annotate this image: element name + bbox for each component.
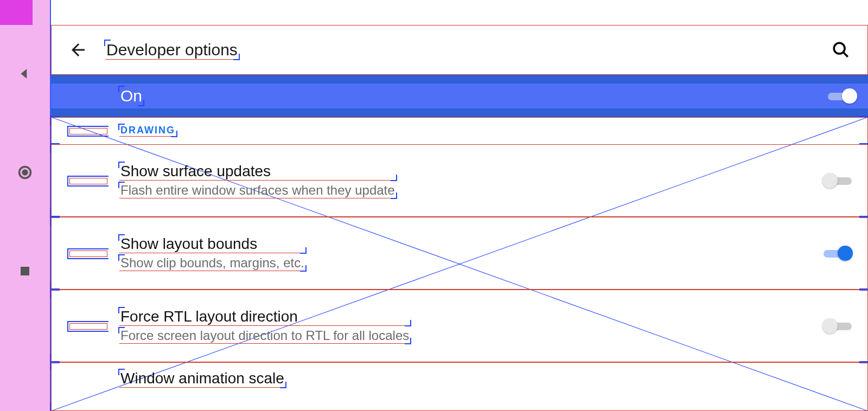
section-header-drawing: DRAWING: [51, 117, 868, 144]
master-toggle-label: On: [119, 87, 143, 105]
svg-point-3: [834, 43, 845, 54]
setting-subtitle: Show clip bounds, margins, etc.: [119, 255, 305, 271]
setting-title: Show surface updates: [119, 163, 396, 181]
nav-home-button[interactable]: [11, 158, 39, 187]
svg-line-4: [843, 52, 848, 57]
nav-back-button[interactable]: [11, 60, 39, 88]
setting-title: Window animation scale: [119, 370, 285, 388]
master-toggle-switch[interactable]: [826, 86, 858, 106]
app-bar: Developer options: [51, 25, 868, 75]
search-button[interactable]: [814, 25, 868, 75]
page-title: Developer options: [105, 41, 239, 60]
setting-title: Show layout bounds: [119, 235, 305, 253]
setting-row-window-animation-scale[interactable]: Window animation scale: [51, 362, 868, 411]
toggle-show-layout-bounds[interactable]: [821, 243, 854, 263]
setting-row-show-surface-updates[interactable]: Show surface updates Flash entire window…: [51, 144, 868, 217]
setting-subtitle: Force screen layout direction to RTL for…: [119, 328, 410, 344]
setting-row-show-layout-bounds[interactable]: Show layout bounds Show clip bounds, mar…: [51, 217, 868, 290]
nav-recents-button[interactable]: [11, 257, 39, 285]
svg-rect-2: [21, 267, 29, 275]
system-nav-bar: [0, 0, 50, 411]
toggle-force-rtl[interactable]: [821, 316, 854, 336]
svg-point-1: [22, 169, 28, 176]
toggle-show-surface-updates[interactable]: [821, 171, 854, 190]
settings-screen: Developer options On DRAWING: [50, 0, 868, 411]
nav-accent: [0, 0, 33, 25]
back-button[interactable]: [51, 25, 105, 75]
settings-list[interactable]: DRAWING Show surface updates Flash entir…: [51, 117, 868, 411]
setting-row-force-rtl[interactable]: Force RTL layout direction Force screen …: [51, 290, 868, 362]
master-toggle-bar[interactable]: On: [51, 75, 868, 117]
setting-title: Force RTL layout direction: [119, 308, 410, 326]
section-header-label: DRAWING: [119, 125, 176, 137]
setting-subtitle: Flash entire window surfaces when they u…: [119, 183, 396, 198]
